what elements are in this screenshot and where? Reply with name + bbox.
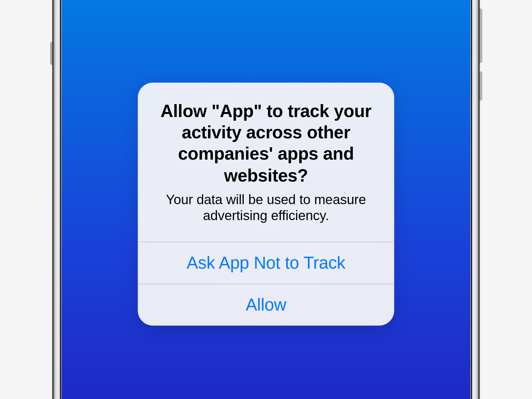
alert-title: Allow "App" to track your activity acros…: [150, 100, 382, 186]
allow-button[interactable]: Allow: [138, 284, 394, 326]
phone-body: Allow "App" to track your activity acros…: [52, 0, 479, 399]
phone-side-button: [480, 71, 482, 100]
alert-content: Allow "App" to track your activity acros…: [138, 82, 394, 242]
alert-message: Your data will be used to measure advert…: [150, 192, 382, 223]
screenshot-canvas: Allow "App" to track your activity acros…: [0, 0, 532, 399]
phone-frame: Allow "App" to track your activity acros…: [52, 0, 479, 324]
tracking-permission-alert: Allow "App" to track your activity acros…: [138, 82, 394, 326]
phone-screen: Allow "App" to track your activity acros…: [62, 0, 470, 399]
phone-side-button: [480, 8, 482, 63]
ask-not-to-track-button[interactable]: Ask App Not to Track: [138, 242, 394, 284]
